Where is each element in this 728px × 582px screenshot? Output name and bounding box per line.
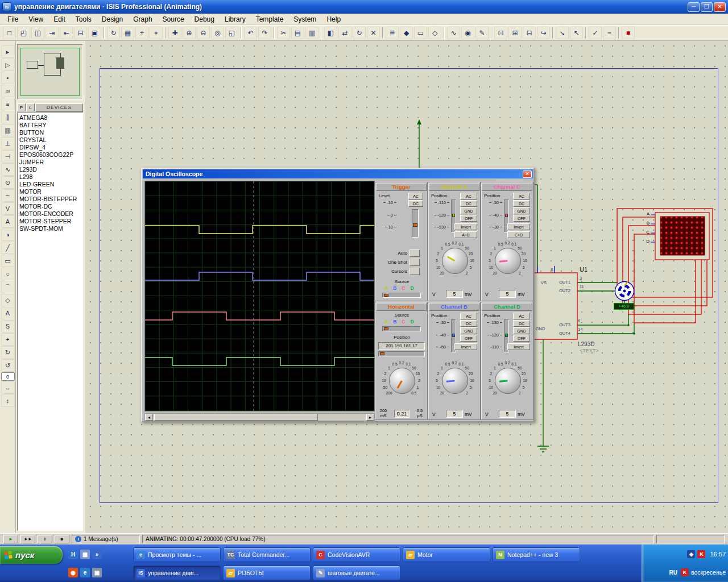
pick-device[interactable]: ≣ <box>386 27 399 39</box>
pan[interactable]: ✚ <box>168 27 181 39</box>
tape-recorder-mode[interactable]: ⊙ <box>1 176 15 189</box>
separator[interactable] <box>552 27 553 39</box>
device-item[interactable]: LED-GREEN <box>19 181 82 188</box>
close-icon[interactable]: ✕ <box>523 171 532 178</box>
device-item[interactable]: MOTOR-BISTEPPER <box>19 196 82 203</box>
separator[interactable] <box>618 27 619 39</box>
2d-box-mode[interactable]: ▭ <box>1 255 15 267</box>
separator[interactable] <box>382 27 383 39</box>
taskbar-button-notepadpp[interactable]: N Notepad++ - new 3 <box>493 547 580 562</box>
tray-network-icon[interactable]: ◆ <box>687 550 695 558</box>
dc-button[interactable]: DC <box>460 320 477 327</box>
chevron-icon[interactable]: » <box>92 550 102 559</box>
zoom-in[interactable]: ⊕ <box>183 27 196 39</box>
junction-dot-mode[interactable]: • <box>1 72 15 84</box>
dc-button[interactable]: DC <box>513 200 530 207</box>
gain-knob[interactable]: 20105210.50.20.150201052 <box>430 239 479 281</box>
virtual-instruments-mode[interactable]: ◑ <box>1 228 15 241</box>
menu-item[interactable]: Source <box>158 14 189 24</box>
gain-knob[interactable]: 20105210.50.20.150201052 <box>430 359 479 401</box>
start-button[interactable]: пуск <box>0 546 63 564</box>
wire-autorouter[interactable]: ∿ <box>447 27 460 39</box>
trigger-level-slider[interactable] <box>412 209 419 238</box>
quicklaunch-h-icon[interactable]: H <box>68 550 78 559</box>
stop-button[interactable]: ■ <box>55 535 69 543</box>
paste[interactable]: ▥ <box>305 27 318 39</box>
netlist-to-ares[interactable]: ≈ <box>603 27 616 39</box>
2d-symbol-mode[interactable]: S <box>1 320 15 332</box>
block-delete[interactable]: ✕ <box>367 27 380 39</box>
oscilloscope-window[interactable]: Digital Oscilloscope ✕ ◄ ► Trigger Level… <box>141 168 535 422</box>
horizontal-source-slider[interactable] <box>382 326 421 331</box>
device-item[interactable]: DIPSW_4 <box>19 144 82 151</box>
device-item[interactable]: SW-SPDT-MOM <box>19 225 82 232</box>
block-copy[interactable]: ◧ <box>324 27 337 39</box>
pick-devices-button[interactable]: P <box>17 103 26 111</box>
grid-toggle[interactable]: ▦ <box>121 27 134 39</box>
dc-button[interactable]: DC <box>460 200 477 207</box>
device-item[interactable]: ATMEGA8 <box>19 114 82 122</box>
gain-knob[interactable]: 20105210.50.20.150201052 <box>483 359 532 401</box>
new-sheet[interactable]: ⊞ <box>508 27 522 39</box>
step-button[interactable]: ►► <box>20 535 35 543</box>
component-mode[interactable]: ▷ <box>1 59 15 71</box>
rotation-angle-display[interactable]: 0 <box>1 372 15 381</box>
separator[interactable] <box>585 27 586 39</box>
ares-button[interactable]: ■ <box>622 27 635 39</box>
electrical-rule-check[interactable]: ✓ <box>589 27 602 39</box>
packaging-tool[interactable]: ▭ <box>414 27 427 39</box>
invert-button[interactable]: Invert <box>507 343 530 350</box>
invert-button[interactable]: Invert <box>454 343 477 350</box>
menu-item[interactable]: File <box>2 14 23 24</box>
minimize-icon[interactable]: ─ <box>688 2 700 12</box>
scrollbar-thumb[interactable] <box>154 414 318 421</box>
menu-item[interactable]: Edit <box>48 14 71 24</box>
cursors-button[interactable] <box>410 268 420 275</box>
print[interactable]: ⊟ <box>74 27 87 39</box>
oscilloscope-scrollbar[interactable]: ◄ ► <box>144 413 375 421</box>
separator[interactable] <box>165 27 166 39</box>
off-button[interactable]: OFF <box>513 215 530 222</box>
cursor-snap[interactable]: ⌖ <box>150 27 163 39</box>
off-button[interactable]: OFF <box>513 335 530 342</box>
off-button[interactable]: OFF <box>460 335 477 342</box>
off-button[interactable]: OFF <box>460 215 477 222</box>
separator[interactable] <box>274 27 275 39</box>
quicklaunch-tools-icon[interactable]: ▦ <box>80 550 90 559</box>
device-item[interactable]: MOTOR-ENCODER <box>19 210 82 218</box>
one-shot-button[interactable] <box>410 259 420 266</box>
mirror-vertical[interactable]: ↕ <box>1 394 15 407</box>
trigger-source-slider[interactable] <box>382 293 421 298</box>
tray-kaspersky-icon[interactable]: K <box>681 568 689 576</box>
taskbar-button-forum[interactable]: e Просмотр темы - ... <box>133 547 221 562</box>
message-counter[interactable]: i 1 Message(s) <box>72 535 140 543</box>
sum-button[interactable]: C+D <box>507 231 530 238</box>
redo[interactable]: ↷ <box>258 27 271 39</box>
mirror-horizontal[interactable]: ↔ <box>1 381 15 394</box>
text-script-mode[interactable]: ≡ <box>1 98 15 110</box>
stepper-motor[interactable] <box>615 281 634 301</box>
title-bar[interactable]: IS управление двигателями - ISIS Profess… <box>0 0 728 14</box>
invert-button[interactable]: Invert <box>454 223 477 230</box>
device-item[interactable]: MOTOR-DC <box>19 203 82 210</box>
mark-output-area[interactable]: ▣ <box>88 27 101 39</box>
ac-button[interactable]: AC <box>513 193 530 199</box>
device-item[interactable]: MOTOR-STEPPER <box>19 218 82 225</box>
taskbar-button-motor-folder[interactable]: ▱ Motor <box>403 547 490 562</box>
export-section[interactable]: ⇤ <box>60 27 73 39</box>
tray-antivirus-icon[interactable]: K <box>697 550 705 558</box>
pause-button[interactable]: ‖ <box>38 535 52 543</box>
device-item[interactable]: JUMPER <box>19 159 82 166</box>
search-tag[interactable]: ◉ <box>461 27 474 39</box>
menu-item[interactable]: Library <box>220 14 251 24</box>
taskbar-button-robots-folder[interactable]: ▱ РОБОТЫ <box>223 566 311 580</box>
device-item[interactable]: BUTTON <box>19 129 82 136</box>
language-indicator[interactable]: RU <box>669 569 677 576</box>
block-rotate[interactable]: ↻ <box>353 27 366 39</box>
horizontal-position-slider[interactable] <box>378 351 425 356</box>
menu-item[interactable]: Help <box>321 14 346 24</box>
separator[interactable] <box>444 27 445 39</box>
taskbar-button-codevisionavr[interactable]: C CodeVisionAVR <box>313 547 400 562</box>
gnd-button[interactable]: GND <box>513 207 530 214</box>
ac-button[interactable]: AC <box>460 313 477 319</box>
